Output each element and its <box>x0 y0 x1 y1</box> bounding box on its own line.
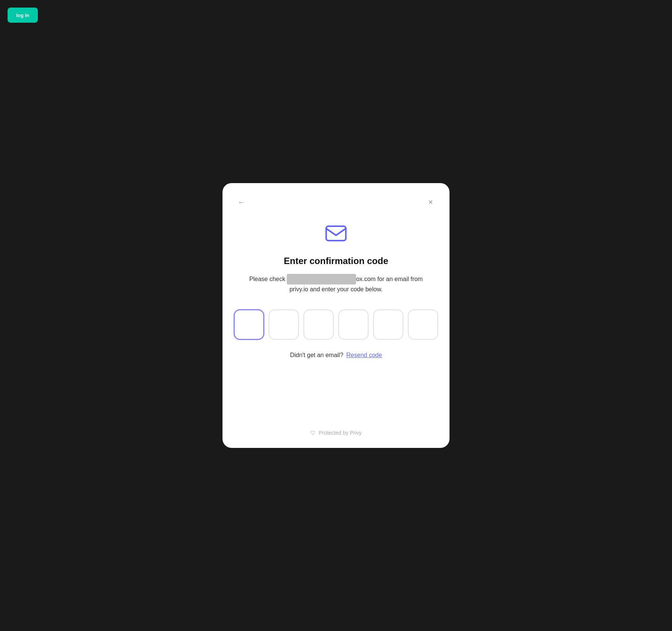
back-arrow-icon: ← <box>238 198 245 207</box>
footer: 🛡 Protected by Privy <box>310 430 362 436</box>
back-button[interactable]: ← <box>235 195 248 209</box>
code-input-5[interactable] <box>373 309 403 340</box>
resend-row: Didn't get an email? Resend code <box>290 352 382 359</box>
code-input-1[interactable] <box>234 309 264 340</box>
close-button[interactable]: × <box>424 195 437 209</box>
modal-title: Enter confirmation code <box>284 256 388 266</box>
svg-rect-0 <box>326 226 346 241</box>
confirmation-modal: ← × Enter confirmation code Please check <box>222 183 450 448</box>
resend-prompt: Didn't get an email? <box>290 352 343 359</box>
code-input-3[interactable] <box>303 309 334 340</box>
badge-label: log in <box>16 12 30 18</box>
resend-code-button[interactable]: Resend code <box>346 352 382 359</box>
close-icon: × <box>428 198 433 207</box>
code-input-2[interactable] <box>269 309 299 340</box>
modal-description: Please check ox.com for an email from pr… <box>245 274 427 294</box>
shield-icon: 🛡 <box>310 430 316 436</box>
mail-icon-container <box>324 221 348 247</box>
top-left-badge: log in <box>8 8 38 23</box>
email-masked <box>287 274 356 284</box>
description-prefix: Please check <box>249 276 287 282</box>
mail-icon <box>324 221 348 247</box>
code-input-4[interactable] <box>338 309 369 340</box>
modal-overlay: ← × Enter confirmation code Please check <box>0 0 672 631</box>
code-input-6[interactable] <box>408 309 438 340</box>
footer-text: Protected by Privy <box>319 430 362 436</box>
code-inputs-container <box>234 309 438 340</box>
modal-header: ← × <box>235 195 437 209</box>
